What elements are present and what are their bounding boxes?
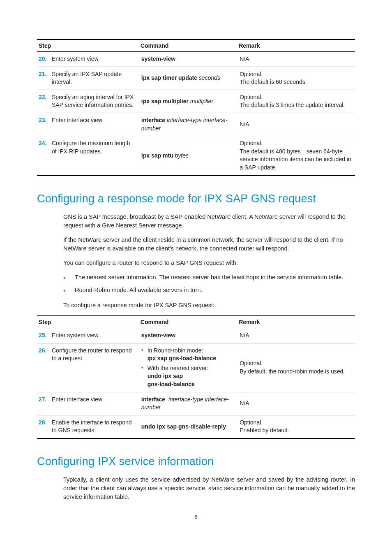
cmd-arg: multiplier <box>190 98 213 104</box>
list-text: Round-Robin mode. All available servers … <box>75 286 202 295</box>
remark-text: The default is 3 times the update interv… <box>240 101 353 109</box>
paragraph: Typically, a client only uses the servic… <box>37 475 355 501</box>
cmd-text: interface <box>141 117 165 123</box>
section-heading: Configuring IPX service information <box>37 455 355 468</box>
cmd-text: system-view <box>141 332 175 338</box>
table-row: 20. Enter system view. system-view N/A <box>37 52 355 67</box>
remark-text: Optional. <box>240 70 353 79</box>
step-text: Enter interface view. <box>52 396 136 404</box>
cmd-text: ipx sap mtu <box>141 152 173 159</box>
step-text: Specify an IPX SAP update interval. <box>52 70 136 86</box>
table-row: 23. Enter interface view. interface inte… <box>37 113 355 136</box>
page-number: 6 <box>37 514 355 520</box>
table-row: 25. Enter system view. system-view N/A <box>37 328 355 343</box>
cmd-text: ipx sap timer update <box>141 74 197 81</box>
step-num: 21. <box>39 70 52 86</box>
remark-text: By default, the round-robin mode is used… <box>240 368 353 376</box>
list-item: •Round-Robin mode. All available servers… <box>63 286 355 295</box>
th-remark: Remark <box>237 39 355 52</box>
page: Step Command Remark 20. Enter system vie… <box>0 0 392 533</box>
bullet-icon: • <box>141 347 143 363</box>
section-heading: Configuring a response mode for IPX SAP … <box>37 192 355 205</box>
bullet-icon: • <box>63 286 75 295</box>
list-item: • With the nearest server: undo ipx sap … <box>141 364 235 389</box>
cmd-intro: With the nearest server: <box>148 365 209 371</box>
remark-text: Optional. <box>240 93 353 102</box>
remark-text: N/A <box>237 52 355 67</box>
paragraph: If the NetWare server and the client res… <box>37 236 355 253</box>
cmd-text: undo ipx sap <box>148 373 183 379</box>
bullet-list: •The nearest server information. The nea… <box>37 273 355 295</box>
step-num: 28. <box>39 419 52 435</box>
remark-text: N/A <box>237 392 355 415</box>
list-item: •The nearest server information. The nea… <box>63 273 355 283</box>
remark-text: Optional. <box>240 359 353 368</box>
paragraph: GNS is a SAP message, broadcast by a SAP… <box>37 213 355 230</box>
remark-text: The default is 480 bytes—seven 64-byte s… <box>240 148 353 172</box>
config-table-1: Step Command Remark 20. Enter system vie… <box>37 39 355 176</box>
step-text: Specify an aging interval for IPX SAP se… <box>52 93 136 109</box>
remark-text: Enabled by default. <box>240 426 353 435</box>
step-num: 27. <box>39 396 52 404</box>
th-remark: Remark <box>237 316 355 328</box>
cmd-text: undo ipx sap gns-disable-reply <box>141 423 226 430</box>
cmd-text: ipx sap gns-load-balance <box>148 355 216 362</box>
th-step: Step <box>37 316 139 328</box>
paragraph: To configure a response mode for IPX SAP… <box>37 301 355 310</box>
remark-text: Optional. <box>240 419 353 427</box>
list-text: The nearest server information. The near… <box>75 273 343 283</box>
list-item: • In Round-robin mode: ipx sap gns-load-… <box>141 347 235 363</box>
cmd-intro: In Round-robin mode: <box>148 347 203 354</box>
cmd-option-list: • In Round-robin mode: ipx sap gns-load-… <box>141 347 235 389</box>
remark-text: The default is 60 seconds. <box>240 78 353 86</box>
config-table-2: Step Command Remark 25. Enter system vie… <box>37 315 355 439</box>
cmd-text: system-view <box>141 56 175 62</box>
step-text: Enter system view. <box>52 331 136 340</box>
step-text: Enter system view. <box>52 55 136 63</box>
bullet-icon: • <box>141 364 143 389</box>
cmd-arg: seconds <box>199 74 220 81</box>
table-row: 21. Specify an IPX SAP update interval. … <box>37 67 355 90</box>
step-text: Enter interface view. <box>52 116 136 125</box>
table-row: 27. Enter interface view. interface inte… <box>37 392 355 415</box>
table-row: 22. Specify an aging interval for IPX SA… <box>37 90 355 113</box>
step-num: 23. <box>39 116 52 125</box>
bullet-icon: • <box>63 273 75 283</box>
step-num: 24. <box>39 139 52 155</box>
step-num: 26. <box>39 347 52 363</box>
step-num: 25. <box>39 331 52 340</box>
cmd-text: gns-load-balance <box>148 381 195 387</box>
remark-text: N/A <box>237 328 355 343</box>
th-command: Command <box>139 316 237 328</box>
cmd-arg: bytes <box>175 152 188 159</box>
step-text: Configure the maximum length of IPX RIP … <box>52 139 136 155</box>
remark-text: N/A <box>237 113 355 136</box>
step-num: 20. <box>39 55 52 63</box>
paragraph: You can configure a router to respond to… <box>37 259 355 267</box>
step-text: Configure the router to respond to a req… <box>52 347 136 363</box>
th-command: Command <box>139 39 237 52</box>
th-step: Step <box>37 39 139 52</box>
table-row: 24. Configure the maximum length of IPX … <box>37 136 355 176</box>
table-row: 28. Enable the interface to respond to G… <box>37 415 355 438</box>
cmd-text: interface <box>141 396 165 403</box>
step-text: Enable the interface to respond to GNS r… <box>52 419 136 435</box>
remark-text: Optional. <box>240 139 353 148</box>
step-num: 22. <box>39 93 52 109</box>
table-row: 26. Configure the router to respond to a… <box>37 343 355 392</box>
cmd-text: ipx sap multiplier <box>141 98 189 104</box>
